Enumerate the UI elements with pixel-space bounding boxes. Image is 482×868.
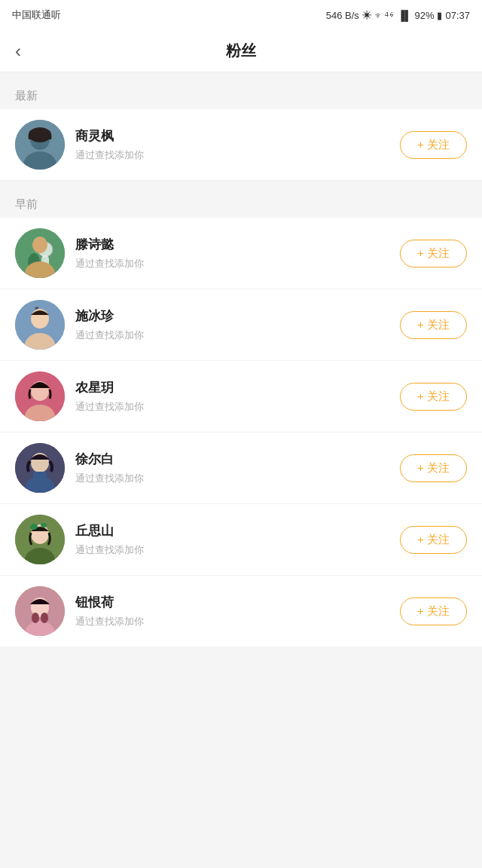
- signal-icons: ✳ ᯤ⁴⁶ ▐▌: [362, 10, 412, 21]
- avatar-niu-hen-he[interactable]: [15, 586, 65, 636]
- page-title: 粉丝: [226, 41, 256, 61]
- svg-rect-20: [33, 472, 47, 479]
- svg-point-30: [41, 613, 48, 623]
- fan-list-earlier: 滕诗懿 通过查找添加你 + 关注 施冰珍 通过查找添加你 + 关注: [0, 218, 482, 646]
- status-bar: 中国联通听 546 B/s ✳ ᯤ⁴⁶ ▐▌ 92% ▮ 07:37: [0, 0, 482, 30]
- header: ‹ 粉丝: [0, 30, 482, 72]
- fan-item-shi-bing-zhen: 施冰珍 通过查找添加你 + 关注: [0, 289, 482, 361]
- fan-name-teng-shi-yi: 滕诗懿: [75, 236, 400, 253]
- fan-info-nong-xing-min: 农星玥 通过查找添加你: [75, 379, 400, 414]
- section-earlier-label: 早前: [0, 188, 482, 218]
- fan-subtitle-xu-er-bai: 通过查找添加你: [75, 472, 400, 485]
- avatar-nong-xing-min[interactable]: [15, 371, 65, 421]
- follow-button-xu-er-bai[interactable]: + 关注: [400, 454, 467, 482]
- battery-icon: ▮: [437, 10, 442, 21]
- avatar-shi-bing-zhen[interactable]: [15, 300, 65, 350]
- avatar-shang-ling-feng[interactable]: [15, 120, 65, 170]
- fan-subtitle-shi-bing-zhen: 通过查找添加你: [75, 329, 400, 342]
- fan-info-shi-bing-zhen: 施冰珍 通过查找添加你: [75, 307, 400, 342]
- fan-info-shang-ling-feng: 商灵枫 通过查找添加你: [75, 127, 400, 162]
- network-speed: 546 B/s: [326, 10, 359, 21]
- fan-subtitle-shang-ling-feng: 通过查找添加你: [75, 148, 400, 162]
- fan-info-niu-hen-he: 钮恨荷 通过查找添加你: [75, 594, 400, 628]
- fan-item-niu-hen-he: 钮恨荷 通过查找添加你 + 关注: [0, 576, 482, 646]
- fan-name-shang-ling-feng: 商灵枫: [75, 127, 400, 145]
- status-right: 546 B/s ✳ ᯤ⁴⁶ ▐▌ 92% ▮ 07:37: [326, 10, 470, 21]
- follow-button-nong-xing-min[interactable]: + 关注: [400, 383, 467, 411]
- fan-name-shi-bing-zhen: 施冰珍: [75, 307, 400, 325]
- section-latest: 最新 商灵枫 通过查找添加你 + 关注: [0, 80, 482, 181]
- fan-item-teng-shi-yi: 滕诗懿 通过查找添加你 + 关注: [0, 218, 482, 289]
- back-button[interactable]: ‹: [15, 42, 21, 60]
- section-latest-label: 最新: [0, 80, 482, 109]
- fan-info-xu-er-bai: 徐尔白 通过查找添加你: [75, 451, 400, 485]
- fan-subtitle-niu-hen-he: 通过查找添加你: [75, 615, 400, 628]
- section-earlier: 早前 滕诗懿 通过查找添加你 + 关注: [0, 188, 482, 646]
- fan-info-qiu-si-shan: 丘思山 通过查找添加你: [75, 522, 400, 557]
- follow-button-qiu-si-shan[interactable]: + 关注: [400, 526, 467, 554]
- avatar-qiu-si-shan[interactable]: [15, 515, 65, 564]
- fan-info-teng-shi-yi: 滕诗懿 通过查找添加你: [75, 236, 400, 270]
- fan-item-nong-xing-min: 农星玥 通过查找添加你 + 关注: [0, 361, 482, 432]
- battery-label: 92%: [414, 10, 434, 21]
- svg-point-29: [32, 613, 39, 623]
- fan-list-latest: 商灵枫 通过查找添加你 + 关注: [0, 109, 482, 181]
- carrier-label: 中国联通听: [12, 8, 61, 22]
- svg-point-8: [32, 237, 47, 253]
- fan-item-qiu-si-shan: 丘思山 通过查找添加你 + 关注: [0, 504, 482, 576]
- follow-button-teng-shi-yi[interactable]: + 关注: [400, 240, 467, 267]
- fan-subtitle-qiu-si-shan: 通过查找添加你: [75, 543, 400, 557]
- avatar-teng-shi-yi[interactable]: [15, 228, 65, 278]
- fan-name-nong-xing-min: 农星玥: [75, 379, 400, 396]
- fan-name-qiu-si-shan: 丘思山: [75, 522, 400, 539]
- fan-item-shang-ling-feng: 商灵枫 通过查找添加你 + 关注: [0, 109, 482, 181]
- fan-subtitle-teng-shi-yi: 通过查找添加你: [75, 257, 400, 270]
- follow-button-niu-hen-he[interactable]: + 关注: [400, 598, 467, 625]
- section-gap-top: [0, 72, 482, 80]
- fan-name-niu-hen-he: 钮恨荷: [75, 594, 400, 611]
- avatar-xu-er-bai[interactable]: [15, 443, 65, 493]
- section-gap-middle: [0, 181, 482, 188]
- time-label: 07:37: [445, 10, 470, 21]
- fan-name-xu-er-bai: 徐尔白: [75, 451, 400, 468]
- follow-button-shi-bing-zhen[interactable]: + 关注: [400, 311, 467, 339]
- fan-subtitle-nong-xing-min: 通过查找添加你: [75, 400, 400, 414]
- follow-button-shang-ling-feng[interactable]: + 关注: [400, 131, 467, 159]
- fan-item-xu-er-bai: 徐尔白 通过查找添加你 + 关注: [0, 432, 482, 504]
